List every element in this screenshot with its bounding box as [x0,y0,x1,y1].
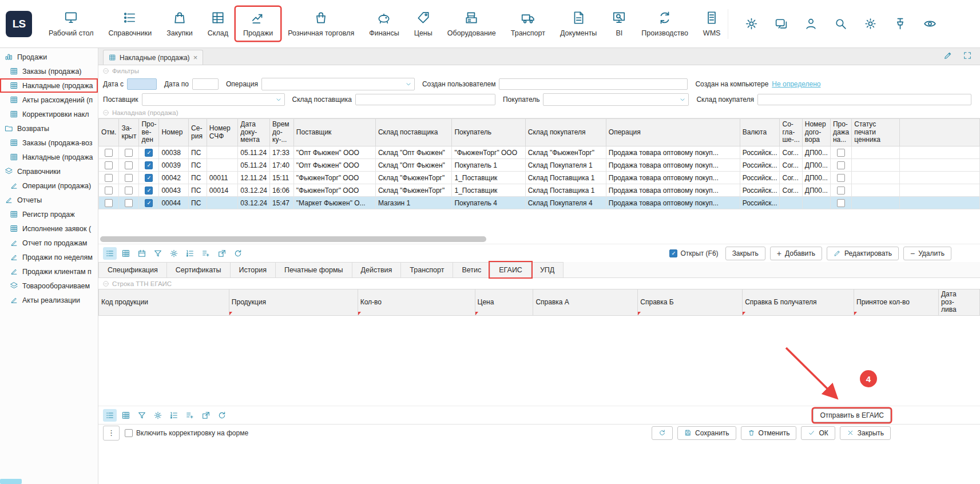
scrollbar-thumb[interactable] [100,236,486,242]
cell-seriya[interactable]: ПС [189,197,207,209]
detail-tab-specifikaciya[interactable]: Спецификация [98,262,167,277]
edit-pencil-icon[interactable] [943,51,953,60]
checkbox-otm[interactable] [105,187,113,195]
tab-nakladnye-prodazha[interactable]: Накладные (продажа) × [103,50,203,65]
sidebar-item-tovarooborachivaemost[interactable]: Товарооборачиваем [0,279,98,293]
nav-item-zakupki[interactable]: Закупки [159,7,200,41]
filter-input-date-from[interactable] [127,78,157,90]
cell-schf[interactable]: 00011 [207,172,237,184]
numbered-list-icon[interactable] [167,409,181,422]
checkbox-otm[interactable] [105,199,113,207]
egais-column-ref_a[interactable]: Справка А [533,289,638,316]
cell-contract[interactable]: ДП00... [802,184,830,197]
cell-buyer[interactable]: 1_Поставщик [452,172,525,184]
list-view-icon[interactable] [103,409,117,422]
sidebar-item-vozvraty[interactable]: Возвраты [0,121,98,136]
cell-contract[interactable]: ДП00... [802,172,830,184]
checkbox-proveden[interactable] [145,149,153,157]
nav-item-bi[interactable]: BI [604,7,634,41]
sidebar-item-korrektirovki-nakladnykh[interactable]: Корректировки накл [0,107,98,121]
numbered-list-icon[interactable] [183,247,197,260]
filter-input-created-user[interactable] [499,78,688,90]
egais-column-ref_b_recipient[interactable]: Справка Б получателя [743,289,854,316]
filter-input-supplier-warehouse[interactable] [355,94,495,105]
nav-item-transport[interactable]: Транспорт [503,7,553,41]
cell-currency[interactable]: Российск... [740,184,780,197]
sidebar-item-registr-prodazh[interactable]: Регистр продаж [0,207,98,221]
delete-button[interactable]: −Удалить [903,247,951,260]
checkbox-zakryt[interactable] [125,149,133,157]
cell-contract[interactable] [802,197,830,209]
table-row-00042[interactable]: 00042ПС0001112.11.2415:11"ФьюженТорг" ОО… [99,172,980,184]
cell-supplier_wh[interactable]: Магазин 1 [375,197,452,209]
cell-buyer[interactable]: Покупатель 1 [452,159,525,172]
add-list-icon[interactable] [199,247,213,260]
egais-column-price[interactable]: Цена [475,289,533,316]
cell-agreement[interactable]: Сог... [780,159,802,172]
user-icon[interactable] [804,17,818,31]
brightness-icon[interactable] [863,17,878,31]
nav-item-tseny[interactable]: Цены [407,7,440,41]
cell-schf[interactable] [207,159,237,172]
sidebar-item-prodazhi-klientam[interactable]: Продажи клиентам п [0,264,98,279]
cell-supplier_wh[interactable]: Склад "Опт Фьюжен" [375,159,452,172]
checkbox-otm[interactable] [105,174,113,182]
cancel-button[interactable]: Отменить [741,426,797,440]
cell-operation[interactable]: Продажа товара оптовому покуп... [606,184,740,197]
refresh-button[interactable] [652,426,673,440]
cell-operation[interactable]: Продажа товара оптовому покуп... [606,159,740,172]
cell-buyer[interactable]: 1_Поставщик [452,184,525,197]
cell-seriya[interactable]: ПС [189,159,207,172]
filter-input-buyer-warehouse[interactable] [757,94,971,105]
sidebar-item-akty-raskhozhdeniy[interactable]: Акты расхождений (п [0,93,98,107]
detail-tab-pechatnye-formy[interactable]: Печатные формы [275,262,352,277]
column-header-zakryt[interactable]: За- крыт [119,119,139,146]
column-header-filler[interactable] [900,119,980,146]
cell-schf[interactable]: 00014 [207,184,237,197]
calendar-icon[interactable] [135,247,149,260]
column-header-buyer[interactable]: Покупатель [452,119,525,146]
checkbox-sale[interactable] [837,161,845,169]
cell-agreement[interactable]: Сог... [780,146,802,159]
filter-link-created-computer[interactable]: Не определено [772,80,820,88]
fullscreen-icon[interactable] [963,51,972,60]
checkbox-zakryt[interactable] [125,161,133,169]
table-row-00039[interactable]: 00039ПС05.11.2417:40"Опт Фьюжен" ОООСкла… [99,159,980,172]
filter-select-operation[interactable] [261,78,415,90]
nav-item-finansy[interactable]: Финансы [362,7,406,41]
checkbox-zakryt[interactable] [125,199,133,207]
checkbox-zakryt[interactable] [125,174,133,182]
cell-supplier[interactable]: "ФьюженТорг" ООО [293,172,375,184]
nav-item-prodazhi[interactable]: Продажи [236,7,280,41]
checkbox-proveden[interactable] [145,199,153,207]
collapse-icon[interactable] [102,280,109,287]
table-row-00044[interactable]: 00044ПС03.12.2415:47"Маркет Фьюжен" О...… [99,197,980,209]
cell-seriya[interactable]: ПС [189,172,207,184]
checkbox-sale[interactable] [837,174,845,182]
cell-currency[interactable]: Российск... [740,146,780,159]
collapse-icon[interactable] [102,68,109,74]
cell-supplier_wh[interactable]: Склад "ФьюженТорг" [375,172,452,184]
egais-column-accepted_qty[interactable]: Принятое кол-во [854,289,939,316]
cell-supplier[interactable]: "ФьюженТорг" ООО [293,184,375,197]
open-f6-checkbox[interactable]: Открыт (F6) [669,249,718,257]
column-header-proveden[interactable]: Про- ве- ден [139,119,159,146]
cell-supplier_wh[interactable]: Склад "Опт Фьюжен" [375,146,452,159]
sidebar-item-akty-realizacii[interactable]: Акты реализации [0,293,98,307]
column-header-contract[interactable]: Номер дого- вора [802,119,830,146]
checkbox-otm[interactable] [105,161,113,169]
cell-supplier[interactable]: "Опт Фьюжен" ООО [293,159,375,172]
cell-schf[interactable] [207,197,237,209]
filter-icon[interactable] [151,247,165,260]
tab-close-icon[interactable]: × [193,53,198,62]
cell-agreement[interactable] [780,197,802,209]
detail-tab-vetis[interactable]: Ветис [453,262,490,277]
pin-icon[interactable] [893,17,907,31]
enable-correction-checkbox[interactable]: Включить корректировку на форме [125,429,248,437]
app-logo[interactable]: LS [6,11,32,37]
egais-column-bottling_date[interactable]: Дата роз- лива [938,289,979,316]
cell-agreement[interactable]: Сог... [780,172,802,184]
cell-currency[interactable]: Российск... [740,172,780,184]
cell-nomer[interactable]: 00042 [159,172,189,184]
cell-operation[interactable]: Продажа товара оптовому покуп... [606,197,740,209]
